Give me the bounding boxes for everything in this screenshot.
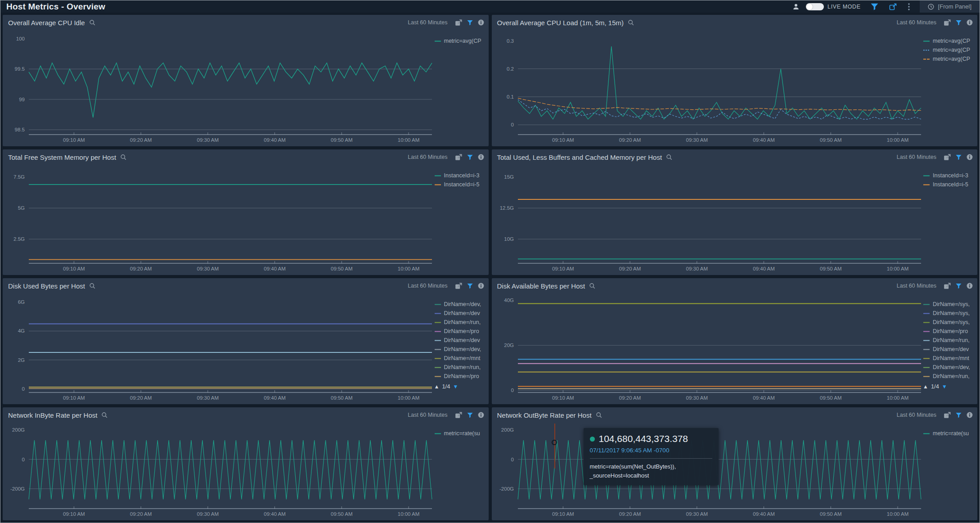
info-icon[interactable] bbox=[967, 283, 973, 289]
legend-item[interactable]: DirName=/dev bbox=[434, 336, 486, 345]
legend-item[interactable]: InstanceId=i-3 bbox=[434, 171, 486, 180]
panel-filter-icon[interactable] bbox=[467, 283, 473, 289]
legend-item[interactable]: DirName=/mnt bbox=[923, 354, 975, 363]
live-mode-toggle[interactable] bbox=[806, 3, 824, 10]
svg-text:10:00 AM: 10:00 AM bbox=[398, 266, 420, 271]
chart-canvas[interactable]: 40G20G009:10 AM09:20 AM09:30 AM09:40 AM0… bbox=[492, 293, 978, 404]
info-icon[interactable] bbox=[478, 19, 484, 26]
panel-filter-icon[interactable] bbox=[467, 154, 473, 160]
legend-item[interactable]: metric=rate(su bbox=[923, 429, 975, 438]
zoom-icon[interactable] bbox=[120, 154, 127, 161]
panel-tools: Last 60 Minutes bbox=[408, 154, 484, 161]
legend-label: DirName=/dev bbox=[444, 337, 480, 343]
panel-filter-icon[interactable] bbox=[467, 20, 473, 26]
legend-item[interactable]: metric=avg(CP bbox=[434, 36, 486, 45]
open-in-search-icon[interactable] bbox=[455, 412, 462, 419]
legend-item[interactable]: DirName=/run, bbox=[923, 372, 975, 381]
svg-text:10:00 AM: 10:00 AM bbox=[398, 395, 420, 401]
info-icon[interactable] bbox=[967, 154, 973, 160]
legend-item[interactable]: InstanceId=i-3 bbox=[923, 171, 975, 180]
svg-text:0: 0 bbox=[511, 388, 513, 393]
svg-text:200G: 200G bbox=[501, 427, 513, 433]
legend-page-down-icon[interactable]: ▼ bbox=[942, 383, 947, 390]
info-icon[interactable] bbox=[967, 412, 973, 418]
legend-item[interactable]: DirName=/dev, bbox=[923, 363, 975, 372]
zoom-icon[interactable] bbox=[596, 412, 602, 419]
panel-filter-icon[interactable] bbox=[956, 412, 962, 418]
legend-item[interactable]: metric=avg(CP bbox=[923, 54, 975, 63]
user-icon[interactable] bbox=[792, 3, 800, 10]
info-icon[interactable] bbox=[478, 154, 484, 160]
zoom-icon[interactable] bbox=[89, 283, 96, 289]
svg-text:0.1: 0.1 bbox=[507, 94, 514, 99]
legend-item[interactable]: DirName=/dev, bbox=[434, 300, 486, 309]
chart-canvas[interactable]: 200G0-200G09:10 AM09:20 AM09:30 AM09:40 … bbox=[492, 422, 978, 520]
chart-canvas[interactable]: 15G12.5G10G09:10 AM09:20 AM09:30 AM09:40… bbox=[492, 164, 978, 275]
chart-canvas[interactable]: 200G0-200G09:10 AM09:20 AM09:30 AM09:40 … bbox=[3, 422, 489, 520]
panel-filter-icon[interactable] bbox=[956, 283, 962, 289]
open-in-search-icon[interactable] bbox=[455, 154, 462, 161]
legend-item[interactable]: DirName=/dev bbox=[434, 309, 486, 318]
legend-label: InstanceId=i-5 bbox=[933, 181, 968, 188]
legend-item[interactable]: DirName=/pro bbox=[434, 327, 486, 336]
svg-text:09:50 AM: 09:50 AM bbox=[819, 395, 841, 401]
info-icon[interactable] bbox=[478, 283, 484, 289]
open-in-search-icon[interactable] bbox=[944, 283, 951, 289]
open-in-search-icon[interactable] bbox=[455, 19, 462, 26]
panel-filter-icon[interactable] bbox=[467, 412, 473, 418]
time-range-label: Last 60 Minutes bbox=[897, 19, 936, 26]
chart-canvas[interactable]: 0.30.20.1009:10 AM09:20 AM09:30 AM09:40 … bbox=[492, 29, 978, 146]
legend-item[interactable]: metric=avg(CP bbox=[923, 45, 975, 54]
from-panel-button[interactable]: [From Panel] bbox=[920, 0, 980, 13]
panel-filter-icon[interactable] bbox=[956, 20, 962, 26]
legend-page-up-icon[interactable]: ▲ bbox=[923, 383, 928, 390]
svg-text:09:10 AM: 09:10 AM bbox=[552, 511, 574, 517]
svg-text:15G: 15G bbox=[504, 174, 514, 180]
kebab-menu-icon[interactable] bbox=[908, 3, 910, 10]
legend-item[interactable]: DirName=/mnt bbox=[434, 354, 486, 363]
legend-item[interactable]: DirName=/dev bbox=[923, 345, 975, 354]
legend-label: metric=avg(CP bbox=[933, 38, 970, 44]
legend-item[interactable]: DirName=/run, bbox=[434, 363, 486, 372]
open-in-search-icon[interactable] bbox=[944, 412, 951, 419]
legend-item[interactable]: DirName=/run, bbox=[923, 336, 975, 345]
legend-item[interactable]: DirName=/run, bbox=[434, 318, 486, 327]
clock-icon bbox=[928, 4, 934, 10]
legend-item[interactable]: DirName=/dev, bbox=[434, 345, 486, 354]
legend-item[interactable]: InstanceId=i-5 bbox=[434, 180, 486, 189]
legend-item[interactable]: metric=rate(su bbox=[434, 429, 486, 438]
svg-text:10G: 10G bbox=[504, 236, 514, 242]
share-icon[interactable] bbox=[889, 3, 897, 10]
open-in-search-icon[interactable] bbox=[455, 283, 462, 289]
zoom-icon[interactable] bbox=[589, 283, 596, 289]
zoom-icon[interactable] bbox=[89, 19, 96, 26]
info-icon[interactable] bbox=[478, 412, 484, 418]
legend-swatch bbox=[434, 181, 441, 188]
legend-page-up-icon[interactable]: ▲ bbox=[434, 383, 440, 390]
open-in-search-icon[interactable] bbox=[944, 19, 951, 26]
legend-item[interactable]: DirName=/sys, bbox=[923, 318, 975, 327]
legend-item[interactable]: DirName=/sys, bbox=[923, 300, 975, 309]
zoom-icon[interactable] bbox=[666, 154, 673, 161]
time-range-label: Last 60 Minutes bbox=[897, 412, 936, 418]
panel-title: Overall Average CPU Idle bbox=[8, 19, 85, 27]
open-in-search-icon[interactable] bbox=[944, 154, 951, 161]
chart-canvas[interactable]: 6G4G2G009:10 AM09:20 AM09:30 AM09:40 AM0… bbox=[3, 293, 489, 404]
legend-label: DirName=/pro bbox=[933, 328, 968, 334]
info-icon[interactable] bbox=[967, 19, 973, 26]
filter-icon[interactable] bbox=[871, 3, 878, 10]
legend-item[interactable]: InstanceId=i-5 bbox=[923, 180, 975, 189]
zoom-icon[interactable] bbox=[101, 412, 108, 419]
panel-overall-average-cpu-load-1m-5m-15m: Overall Average CPU Load (1m, 5m, 15m)La… bbox=[492, 15, 978, 146]
legend-item[interactable]: DirName=/pro bbox=[923, 327, 975, 336]
panel-filter-icon[interactable] bbox=[956, 154, 962, 160]
panel-title: Overall Average CPU Load (1m, 5m, 15m) bbox=[497, 19, 624, 27]
svg-text:98.5: 98.5 bbox=[15, 127, 25, 132]
legend-item[interactable]: DirName=/sys, bbox=[923, 309, 975, 318]
chart-canvas[interactable]: 7.5G5G2.5G09:10 AM09:20 AM09:30 AM09:40 … bbox=[3, 164, 489, 275]
chart-canvas[interactable]: 10099.59998.509:10 AM09:20 AM09:30 AM09:… bbox=[3, 29, 489, 146]
zoom-icon[interactable] bbox=[628, 19, 634, 26]
legend-item[interactable]: metric=avg(CP bbox=[923, 36, 975, 45]
legend-item[interactable]: DirName=/pro bbox=[434, 372, 486, 381]
legend-page-down-icon[interactable]: ▼ bbox=[453, 383, 458, 390]
